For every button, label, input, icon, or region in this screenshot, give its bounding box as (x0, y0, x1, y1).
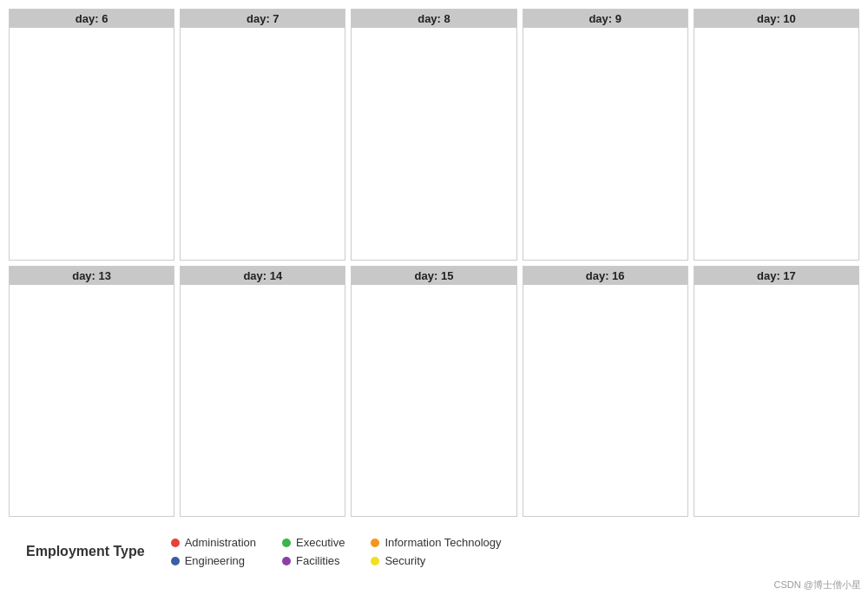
panel-header: day: 14 (181, 301, 345, 319)
legend-section: Employment Type AdministrationExecutiveI… (9, 586, 859, 595)
panel-body (523, 28, 687, 294)
panel-day14: day: 14 (180, 300, 345, 585)
main-container: day: 6 day: 7 day: 8 day: 9 day: 10 day:… (0, 0, 868, 595)
panel-body (10, 319, 174, 585)
panel-day16: day: 16 (523, 300, 688, 585)
panel-header: day: 17 (694, 301, 858, 319)
panel-day15: day: 15 (351, 300, 516, 585)
network-canvas (352, 319, 516, 585)
network-canvas (181, 28, 345, 294)
panel-day8: day: 8 (351, 9, 516, 294)
panel-header: day: 10 (694, 10, 858, 28)
panel-body (694, 28, 858, 294)
network-canvas (352, 28, 516, 294)
network-canvas (523, 28, 687, 294)
panel-header: day: 16 (523, 301, 687, 319)
network-canvas (694, 319, 858, 585)
panel-body (10, 28, 174, 294)
panel-day10: day: 10 (694, 9, 859, 294)
panel-header: day: 8 (352, 10, 516, 28)
panel-header: day: 13 (10, 301, 174, 319)
network-canvas (181, 319, 345, 585)
panel-body (523, 319, 687, 585)
panel-day9: day: 9 (523, 9, 688, 294)
network-canvas (694, 28, 858, 294)
panel-header: day: 6 (10, 10, 174, 28)
panel-day6: day: 6 (9, 9, 174, 294)
panel-body (181, 28, 345, 294)
panel-body (352, 28, 516, 294)
panel-header: day: 7 (181, 10, 345, 28)
panel-day13: day: 13 (9, 300, 174, 585)
network-canvas (523, 319, 687, 585)
network-canvas (10, 319, 174, 585)
panel-body (694, 319, 858, 585)
panel-header: day: 9 (523, 10, 687, 28)
panel-day17: day: 17 (694, 300, 859, 585)
watermark: CSDN @博士僧小星 (774, 578, 861, 592)
panel-day7: day: 7 (180, 9, 345, 294)
panel-body (181, 319, 345, 585)
panel-header: day: 15 (352, 301, 516, 319)
network-canvas (10, 28, 174, 294)
panel-body (352, 319, 516, 585)
grid-container: day: 6 day: 7 day: 8 day: 9 day: 10 day:… (9, 9, 859, 586)
